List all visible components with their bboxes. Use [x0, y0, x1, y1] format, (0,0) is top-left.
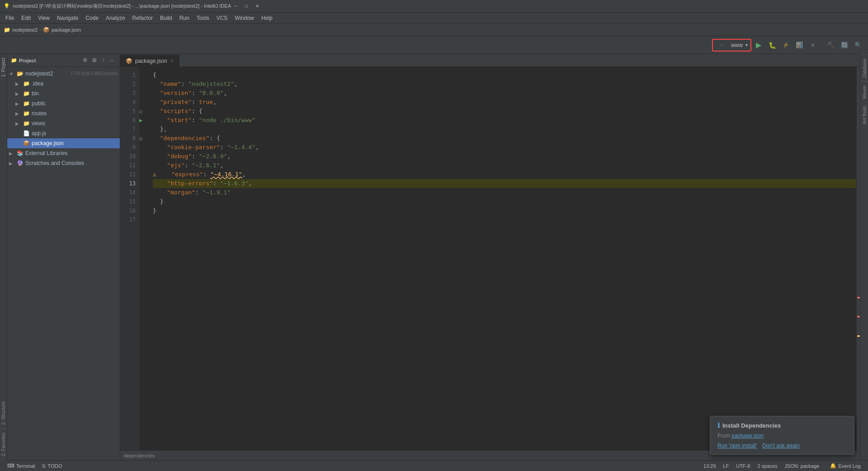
tree-item-ext-libs[interactable]: ▶ 📚 External Libraries — [7, 148, 120, 158]
structure-sidebar-tab[interactable]: 2: Structure — [0, 398, 7, 429]
tree-item-packagejson[interactable]: 📦 package.json — [7, 138, 120, 148]
toolbar: ← www ▾ ▶ 🐛 ⚡ 📊 ■ 🔨 🔄 🔍 — [0, 36, 868, 54]
panel-options-button[interactable]: ⋮ — [99, 57, 107, 65]
tree-item-label: .idea — [32, 80, 118, 87]
favorites-sidebar-tab[interactable]: 2: Favorites — [0, 429, 7, 460]
breadcrumb-file[interactable]: 📦 package.json — [43, 27, 81, 33]
editor-area: 📦 package.json ✕ 1 2 3 4 5 6 7 8 9 10 11… — [120, 54, 860, 460]
tree-item-label: views — [32, 120, 118, 127]
line-numbers: 1 2 3 4 5 6 7 8 9 10 11 12 13 14 15 16 1… — [120, 67, 139, 450]
panel-layout-button[interactable]: ⊞ — [90, 57, 98, 65]
tab-label: package.json — [135, 58, 167, 64]
indent-info: 2 spaces — [757, 463, 777, 469]
maven-tab[interactable]: Maven — [860, 81, 868, 103]
title-bar: 💡 nodejstest2 [F:\毕业设计网站\nodejs项目\nodejs… — [0, 0, 868, 13]
editor-tab-packagejson[interactable]: 📦 package.json ✕ — [120, 55, 179, 66]
tree-item-label: public — [32, 100, 118, 107]
tree-root-label: nodejstest2 — [25, 71, 67, 77]
database-tab[interactable]: Database — [860, 54, 868, 81]
run-npm-install-link[interactable]: Run 'npm install' — [717, 443, 757, 449]
line-num-13: 13 — [120, 179, 139, 188]
tree-root[interactable]: ▼ 📂 nodejstest2 F:\毕业设计网站\nodejs — [7, 69, 120, 79]
code-line-10: "debug": "~2.6.9", — [153, 152, 856, 161]
terminal-tab[interactable]: ⌨ Terminal — [4, 461, 39, 471]
dont-ask-again-link[interactable]: Don't ask again — [762, 443, 799, 449]
maximize-button[interactable]: □ — [242, 3, 251, 10]
tree-item-idea[interactable]: ▶ 📁 .idea — [7, 79, 120, 89]
fold-icon[interactable]: ○ — [139, 136, 142, 141]
tree-item-public[interactable]: ▶ 📁 public — [7, 99, 120, 108]
todo-tab[interactable]: 6: TODO — [39, 461, 66, 471]
code-line-15: } — [153, 197, 856, 206]
tree-root-path: F:\毕业设计网站\nodejs — [71, 71, 118, 77]
panel-settings-button[interactable]: ⚙ — [81, 57, 89, 65]
menu-run[interactable]: Run — [176, 13, 193, 24]
line-num-17: 17 — [120, 215, 139, 224]
menu-tools[interactable]: Tools — [193, 13, 213, 24]
chevron-right-icon: ▶ — [15, 101, 21, 106]
project-sidebar-tab[interactable]: 1: Project — [0, 54, 7, 80]
close-button[interactable]: ✕ — [253, 3, 262, 10]
tree-item-label: app.js — [32, 130, 118, 137]
bottom-bar: ⌨ Terminal 6: TODO 13:29 LF UTF-8 2 spac… — [0, 460, 868, 471]
chevron-right-icon: ▶ — [9, 151, 14, 156]
menu-analyze[interactable]: Analyze — [102, 13, 129, 24]
menu-help[interactable]: Help — [258, 13, 276, 24]
menu-edit[interactable]: Edit — [18, 13, 34, 24]
tab-close-button[interactable]: ✕ — [170, 58, 174, 63]
tree-item-scratches[interactable]: ▶ 🔮 Scratches and Consoles — [7, 158, 120, 168]
notification-actions: Run 'npm install' Don't ask again — [717, 443, 847, 449]
code-line-7: }, — [153, 125, 856, 134]
caret-position: 13:29 — [703, 463, 716, 469]
line-num-10: 10 — [120, 152, 139, 161]
notification-file-link[interactable]: package.json — [731, 433, 764, 439]
menu-file[interactable]: File — [2, 13, 18, 24]
tree-item-routes[interactable]: ▶ 📁 routes — [7, 108, 120, 118]
menu-window[interactable]: Window — [231, 13, 258, 24]
minimize-button[interactable]: ─ — [231, 3, 240, 10]
menu-vcs[interactable]: VCS — [213, 13, 231, 24]
tree-item-views[interactable]: ▶ 📁 views — [7, 118, 120, 128]
code-line-2: "name": "nodejstest2", — [153, 80, 856, 89]
search-everywhere-button[interactable]: 🔍 — [852, 39, 864, 52]
line-num-8: 8 — [120, 134, 139, 143]
line-num-11: 11 — [120, 161, 139, 170]
menu-code[interactable]: Code — [82, 13, 102, 24]
menu-refactor[interactable]: Refactor — [129, 13, 156, 24]
panel-hide-button[interactable]: ─ — [108, 57, 116, 65]
ant-build-tab[interactable]: Ant Build — [860, 103, 868, 128]
menu-build[interactable]: Build — [156, 13, 176, 24]
tree-item-label: bin — [32, 90, 118, 97]
sync-button[interactable]: 🔄 — [838, 39, 851, 52]
code-line-6: "start": "node ./bin/www" — [153, 116, 856, 125]
coverage-button[interactable]: ⚡ — [779, 39, 792, 52]
fold-icon[interactable]: ○ — [139, 108, 142, 114]
profile-button[interactable]: 📊 — [793, 39, 806, 52]
code-line-12: ⚠ "express": "~4.16.1", — [153, 170, 856, 179]
gutter-line-6[interactable]: ▶ — [139, 116, 149, 125]
debug-button[interactable]: 🐛 — [766, 39, 778, 52]
event-log-tab[interactable]: 🔔 Event Log — [826, 461, 864, 471]
tree-item-appjs[interactable]: 📄 app.js — [7, 128, 120, 138]
run-config-box: ← www ▾ — [712, 39, 751, 52]
code-editor[interactable]: 1 2 3 4 5 6 7 8 9 10 11 12 13 14 15 16 1… — [120, 67, 860, 450]
code-content[interactable]: { "name": "nodejstest2", "version": "0.0… — [149, 67, 856, 450]
scroll-warn-marker — [857, 335, 860, 337]
build-button[interactable]: 🔨 — [825, 39, 837, 52]
back-button[interactable]: ← — [716, 39, 728, 52]
chevron-right-icon: ▶ — [9, 161, 14, 166]
scroll-track — [856, 67, 860, 450]
menu-view[interactable]: View — [34, 13, 53, 24]
menu-navigate[interactable]: Navigate — [53, 13, 82, 24]
stop-button[interactable]: ■ — [807, 39, 819, 52]
tree-item-bin[interactable]: ▶ 📁 bin — [7, 89, 120, 99]
editor-breadcrumb-label: dependencies — [124, 453, 155, 458]
editor-tabs: 📦 package.json ✕ — [120, 54, 860, 67]
gutter: ○ ▶ ○ — [139, 67, 149, 450]
run-gutter-icon[interactable]: ▶ — [139, 117, 142, 123]
breadcrumb-project[interactable]: nodejstest2 — [12, 27, 38, 33]
info-icon: ℹ — [717, 422, 720, 429]
run-config-dropdown-icon[interactable]: ▾ — [745, 42, 748, 47]
run-button[interactable]: ▶ — [752, 39, 765, 52]
gutter-line-4 — [139, 98, 149, 107]
